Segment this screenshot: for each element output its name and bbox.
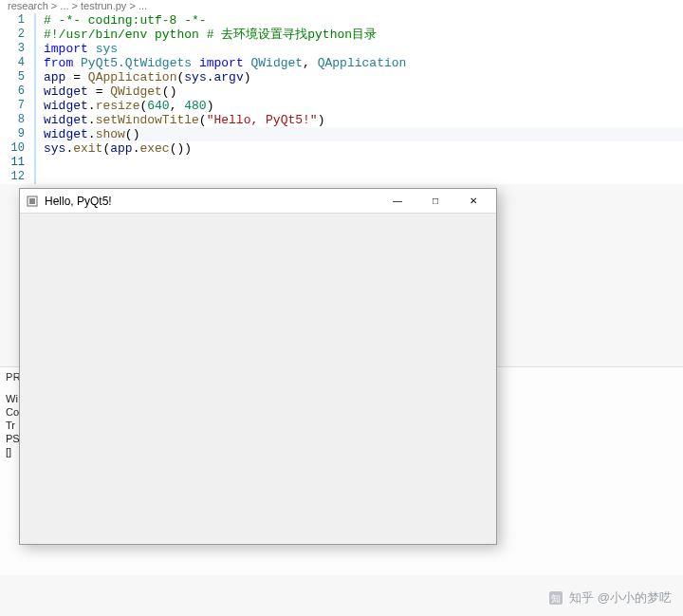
line-number: 12 [0,170,25,184]
line-number: 4 [0,56,25,70]
code-line[interactable]: import sys [44,42,683,56]
line-number: 5 [0,70,25,84]
maximize-button[interactable]: □ [416,189,454,214]
line-number: 1 [0,13,25,28]
zhihu-icon: 知 [548,590,563,606]
code-line[interactable]: # -*- coding:utf-8 -*- [44,13,683,28]
code-line[interactable]: widget.show() [44,127,683,141]
line-number: 10 [0,141,25,156]
window-client-area[interactable] [20,214,496,544]
code-area[interactable]: 123456789101112 # -*- coding:utf-8 -*-#!… [0,13,683,184]
code-lines[interactable]: # -*- coding:utf-8 -*-#!/usr/bin/env pyt… [34,13,683,184]
code-line[interactable]: #!/usr/bin/env python # 去环境设置寻找python目录 [44,28,683,42]
close-button[interactable]: ✕ [454,189,492,214]
svg-text:知: 知 [551,593,561,604]
line-number: 9 [0,127,25,141]
code-line[interactable]: from PyQt5.QtWidgets import QWidget, QAp… [44,56,683,70]
minimize-button[interactable]: — [378,189,416,214]
window-icon [26,195,39,208]
line-number: 6 [0,84,25,99]
watermark-text: 知乎 @小小的梦呓 [569,589,672,607]
line-number-gutter: 123456789101112 [0,13,34,184]
code-line[interactable]: widget.resize(640, 480) [44,99,683,113]
svg-rect-1 [29,198,35,204]
code-editor: research > ... > testrun.py > ... 123456… [0,0,683,184]
window-title: Hello, PyQt5! [45,195,378,208]
breadcrumb[interactable]: research > ... > testrun.py > ... [0,0,683,13]
code-line[interactable]: sys.exit(app.exec()) [44,141,683,156]
line-number: 8 [0,113,25,127]
code-line[interactable]: widget = QWidget() [44,84,683,99]
line-number: 7 [0,99,25,113]
code-line[interactable]: app = QApplication(sys.argv) [44,70,683,84]
watermark: 知 知乎 @小小的梦呓 [548,589,672,607]
line-number: 2 [0,28,25,42]
window-controls: — □ ✕ [378,189,492,214]
titlebar[interactable]: Hello, PyQt5! — □ ✕ [20,189,496,214]
code-line[interactable]: widget.setWindowTitle("Hello, PyQt5!") [44,113,683,127]
line-number: 11 [0,156,25,170]
pyqt-app-window[interactable]: Hello, PyQt5! — □ ✕ [19,188,497,545]
line-number: 3 [0,42,25,56]
